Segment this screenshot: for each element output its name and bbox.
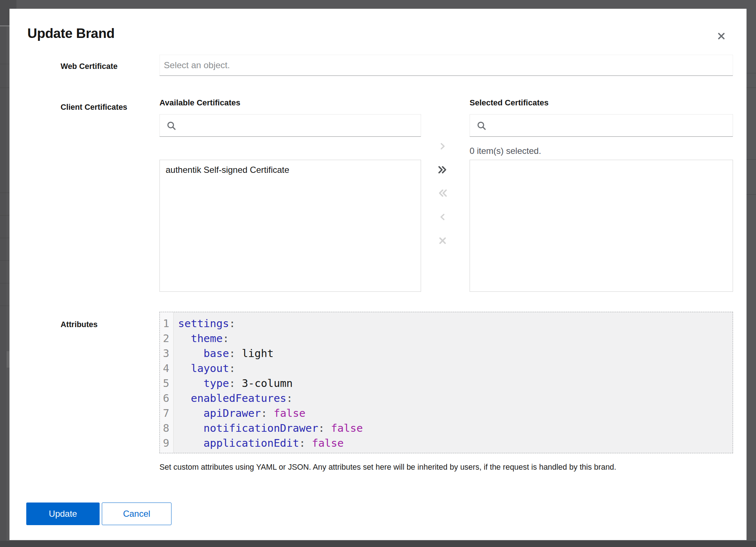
overlay-row-line xyxy=(747,159,756,160)
selected-count-status: 0 item(s) selected. xyxy=(470,146,541,156)
selected-search-input[interactable] xyxy=(490,115,733,137)
available-certificates-header: Available Certificates xyxy=(159,98,240,108)
overlay-row-line xyxy=(0,215,9,216)
dual-list-controls xyxy=(435,139,450,249)
available-certificates-list[interactable]: authentik Self-signed Certificate xyxy=(159,160,421,292)
angle-double-left-icon xyxy=(437,188,448,199)
code-line: notificationDrawer: false xyxy=(178,421,733,436)
times-icon xyxy=(438,236,447,247)
overlay-row-line xyxy=(747,73,756,73)
angle-double-right-icon xyxy=(437,165,448,176)
code-line-number: 3 xyxy=(160,346,173,361)
attributes-code-editor[interactable]: 123456789 settings: theme: base: light l… xyxy=(159,312,733,453)
close-icon xyxy=(717,31,726,41)
overlay-row-line xyxy=(747,88,756,88)
search-icon xyxy=(477,121,486,131)
code-line-number: 8 xyxy=(160,421,173,436)
code-editor-gutter: 123456789 xyxy=(160,312,174,453)
move-all-right-button[interactable] xyxy=(435,163,450,178)
code-line-number: 6 xyxy=(160,391,173,406)
angle-right-icon xyxy=(438,142,447,152)
move-selected-right-button[interactable] xyxy=(435,139,450,154)
web-certificate-label: Web Certificate xyxy=(61,62,117,71)
code-line-number: 7 xyxy=(160,406,173,421)
overlay-row-line xyxy=(0,283,9,283)
cancel-button[interactable]: Cancel xyxy=(102,503,171,525)
code-line-number: 9 xyxy=(160,436,173,451)
overlay-row-line xyxy=(0,193,9,193)
client-certificates-label: Client Certificates xyxy=(61,103,127,112)
modal-title: Update Brand xyxy=(27,26,115,41)
update-button[interactable]: Update xyxy=(26,503,100,525)
overlay-row-line xyxy=(0,64,9,64)
angle-left-icon xyxy=(438,213,447,222)
overlay-left-highlight xyxy=(7,351,9,368)
code-line: layout: xyxy=(178,361,733,376)
attributes-help-text: Set custom attributes using YAML or JSON… xyxy=(159,462,721,472)
code-line: settings: xyxy=(178,316,733,331)
overlay-row-line xyxy=(0,260,9,261)
screen: { "colors": { "primary_blue": "#0066cc",… xyxy=(0,0,756,547)
move-all-left-button[interactable] xyxy=(435,186,450,201)
overlay-row-line xyxy=(747,194,756,195)
code-line: type: 3-column xyxy=(178,376,733,391)
code-line: theme: xyxy=(178,331,733,346)
available-search-box xyxy=(159,114,421,137)
update-brand-modal: Update Brand Web Certificate Select an o… xyxy=(9,9,747,540)
attributes-label: Attributes xyxy=(61,320,98,329)
move-selected-left-button[interactable] xyxy=(435,210,450,225)
code-line-number: 5 xyxy=(160,376,173,391)
code-line: apiDrawer: false xyxy=(178,406,733,421)
available-certificate-item[interactable]: authentik Self-signed Certificate xyxy=(160,160,421,180)
available-search-input[interactable] xyxy=(180,115,421,137)
search-icon xyxy=(166,121,176,131)
web-certificate-input[interactable]: Select an object. xyxy=(159,55,733,76)
overlay-row-line xyxy=(0,88,9,88)
code-line-number: 1 xyxy=(160,316,173,331)
code-line-number: 4 xyxy=(160,361,173,376)
selected-certificates-header: Selected Certificates xyxy=(470,98,548,108)
code-line: enabledFeatures: xyxy=(178,391,733,406)
code-editor-content[interactable]: settings: theme: base: light layout: typ… xyxy=(174,312,733,453)
overlay-left-strip xyxy=(0,26,7,541)
code-line: applicationEdit: false xyxy=(178,436,733,451)
web-certificate-placeholder: Select an object. xyxy=(160,55,733,75)
clear-selection-button[interactable] xyxy=(435,234,450,248)
code-line: base: light xyxy=(178,346,733,361)
selected-certificates-list[interactable] xyxy=(470,160,733,292)
overlay-row-line xyxy=(0,238,9,238)
overlay-bottom-band xyxy=(0,541,756,547)
overlay-row-line xyxy=(0,306,9,306)
code-line-number: 2 xyxy=(160,331,173,346)
selected-search-box xyxy=(470,114,733,137)
close-button[interactable] xyxy=(715,30,728,43)
